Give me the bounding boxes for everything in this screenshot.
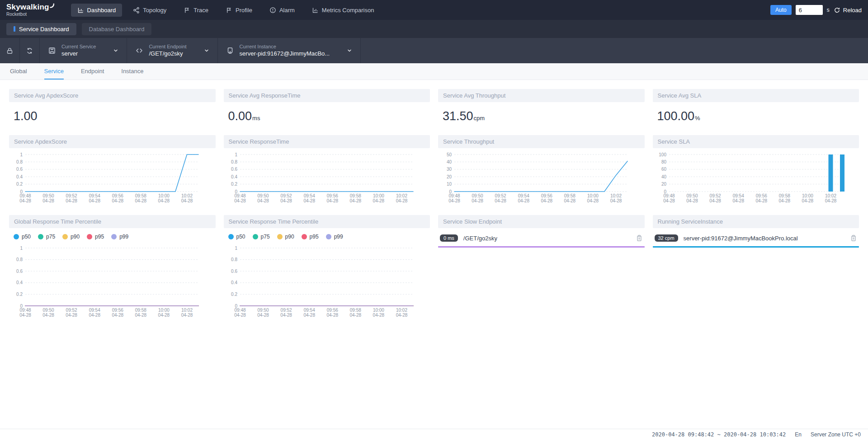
svg-text:04-28: 04-28 [541, 198, 552, 203]
card-global-response-time-percentile: Global Response Time Percentile p50p75p9… [9, 215, 216, 320]
svg-text:09:48: 09:48 [234, 193, 245, 198]
legend-item[interactable]: p90 [277, 234, 294, 240]
nav-item-profile[interactable]: Profile [219, 4, 259, 17]
nav-item-label: Dashboard [87, 7, 116, 14]
legend-dot [38, 234, 43, 239]
current-endpoint-selector[interactable]: Current Endpoint /GET/go2sky [127, 38, 217, 63]
legend-label: p95 [310, 234, 319, 240]
nav-item-trace[interactable]: Trace [177, 4, 215, 17]
svg-text:09:54: 09:54 [732, 193, 744, 198]
stat-value: 0.00 [228, 109, 252, 123]
top-navbar: Skywalking Rocketbot Dashboard Topology … [0, 0, 868, 20]
legend-label: p99 [119, 234, 128, 240]
legend-item[interactable]: p90 [62, 234, 80, 240]
svg-text:09:54: 09:54 [89, 308, 100, 313]
svg-text:04-28: 04-28 [181, 313, 193, 318]
tab-service-dashboard[interactable]: Service Dashboard [6, 23, 76, 35]
legend-dot [228, 234, 234, 239]
nav-item-label: Topology [143, 7, 166, 14]
nav-item-label: Alarm [279, 7, 295, 14]
legend-item[interactable]: p99 [326, 234, 343, 240]
card-title: Service Avg ApdexScore [9, 89, 216, 102]
service-throughput-chart: 0102030405009:4804-2809:5004-2809:5204-2… [438, 148, 645, 206]
current-service-selector[interactable]: Current Service server [40, 38, 127, 63]
svg-text:10:00: 10:00 [158, 308, 170, 313]
nav-item-metrics-comparison[interactable]: Metrics Comparison [306, 4, 381, 17]
dashboard-chart-icon [77, 7, 84, 14]
svg-text:0.8: 0.8 [16, 257, 23, 262]
svg-text:04-28: 04-28 [303, 313, 315, 318]
active-tab-indicator [14, 26, 15, 32]
tab-global[interactable]: Global [10, 63, 27, 80]
copy-endpoint-button[interactable] [636, 234, 643, 242]
svg-text:20: 20 [447, 174, 452, 179]
refresh-templates-button[interactable] [20, 38, 40, 63]
svg-text:09:58: 09:58 [349, 193, 361, 198]
selector-value: server [61, 50, 96, 57]
selector-value: server-pid:91672@JimmyMacBo... [240, 50, 330, 57]
svg-text:100: 100 [659, 152, 666, 157]
svg-text:09:56: 09:56 [112, 308, 123, 313]
tab-service[interactable]: Service [44, 63, 64, 80]
svg-text:10:00: 10:00 [802, 193, 813, 198]
percentile-legend: p50p75p90p95p99 [9, 228, 216, 242]
legend-item[interactable]: p50 [228, 234, 245, 240]
svg-text:04-28: 04-28 [19, 313, 31, 318]
svg-text:10:02: 10:02 [396, 193, 407, 198]
time-range-picker[interactable]: 2020-04-28 09:48:42 ~ 2020-04-28 10:03:4… [652, 431, 786, 438]
legend-item[interactable]: p95 [302, 234, 319, 240]
svg-text:09:50: 09:50 [257, 308, 269, 313]
refresh-interval-input[interactable] [796, 5, 823, 15]
legend-item[interactable]: p75 [38, 234, 55, 240]
language-toggle[interactable]: En [795, 431, 802, 438]
reload-label: Reload [843, 7, 862, 14]
lock-template-button[interactable] [0, 38, 20, 63]
legend-item[interactable]: p75 [253, 234, 270, 240]
legend-dot [253, 234, 258, 239]
tab-endpoint[interactable]: Endpoint [81, 63, 104, 80]
tab-database-dashboard[interactable]: Database Dashboard [82, 23, 152, 35]
tab-label: Service Dashboard [19, 26, 69, 33]
svg-text:0.2: 0.2 [16, 292, 23, 297]
current-instance-selector[interactable]: Current Instance server-pid:91672@JimmyM… [218, 38, 361, 63]
legend-label: p50 [22, 234, 31, 240]
svg-text:04-28: 04-28 [66, 198, 77, 203]
nav-item-alarm[interactable]: Alarm [263, 4, 301, 17]
svg-text:04-28: 04-28 [564, 198, 576, 203]
tab-instance[interactable]: Instance [121, 63, 143, 80]
reload-button[interactable]: Reload [834, 7, 862, 14]
auto-refresh-button[interactable]: Auto [770, 5, 792, 15]
legend-item[interactable]: p95 [87, 234, 104, 240]
card-title: Service Avg Throughput [438, 89, 645, 102]
svg-text:09:52: 09:52 [280, 193, 292, 198]
refresh-controls: Auto s Reload [770, 5, 862, 15]
legend-dot [87, 234, 92, 239]
card-service-apdexscore-chart: Service ApdexScore 00.20.40.60.8109:4804… [9, 135, 216, 206]
stat-unit: % [695, 115, 700, 122]
nav-item-dashboard[interactable]: Dashboard [71, 4, 123, 17]
svg-text:09:50: 09:50 [257, 193, 269, 198]
svg-text:04-28: 04-28 [349, 313, 361, 318]
nav-item-label: Profile [236, 7, 252, 14]
svg-text:09:50: 09:50 [686, 193, 698, 198]
svg-text:04-28: 04-28 [234, 313, 246, 318]
copy-instance-button[interactable] [850, 234, 857, 242]
legend-item[interactable]: p99 [111, 234, 128, 240]
svg-text:09:58: 09:58 [349, 308, 361, 313]
svg-text:09:52: 09:52 [66, 308, 77, 313]
scope-tab-strip: Global Service Endpoint Instance [0, 63, 868, 80]
svg-text:0.2: 0.2 [16, 182, 23, 187]
reload-icon [834, 7, 840, 14]
nav-item-topology[interactable]: Topology [127, 4, 173, 17]
svg-text:04-28: 04-28 [135, 198, 147, 203]
legend-label: p95 [95, 234, 104, 240]
card-service-avg-apdexscore: Service Avg ApdexScore 1.00 [9, 89, 216, 126]
card-service-avg-responsetime: Service Avg ResponseTime 0.00ms [224, 89, 430, 126]
legend-item[interactable]: p50 [14, 234, 31, 240]
service-percentile-chart: 00.20.40.60.8109:4804-2809:5004-2809:520… [224, 242, 430, 320]
logo-title: Skywalking [6, 3, 49, 12]
svg-text:0.8: 0.8 [231, 159, 237, 164]
svg-text:0.8: 0.8 [16, 159, 23, 164]
footer-bar: 2020-04-28 09:48:42 ~ 2020-04-28 10:03:4… [0, 429, 868, 440]
svg-text:10:02: 10:02 [396, 308, 407, 313]
